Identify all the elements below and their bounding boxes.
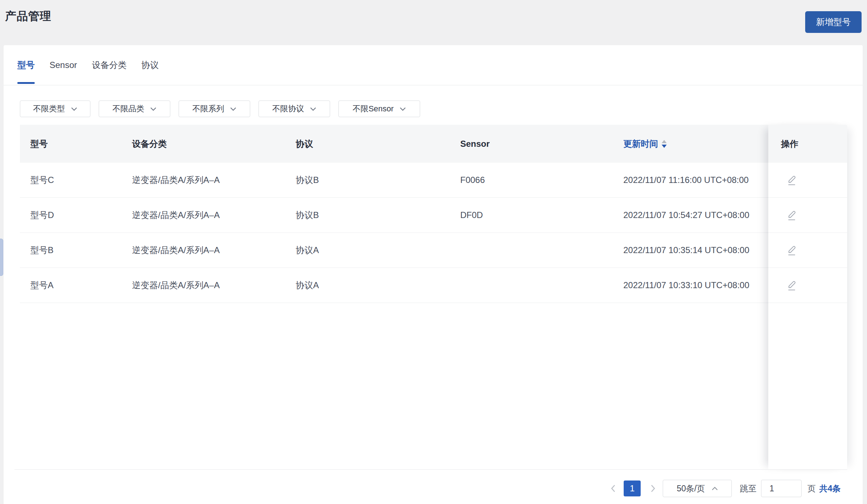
cell-updated: 2022/11/07 10:54:27 UTC+08:00	[623, 210, 749, 220]
add-model-button[interactable]: 新增型号	[805, 11, 862, 33]
cell-protocol: 协议A	[296, 244, 319, 256]
chevron-down-icon	[310, 107, 316, 111]
filter-label: 不限类型	[33, 103, 65, 114]
tab-label: 协议	[141, 59, 159, 71]
cell-model: 型号C	[30, 174, 54, 186]
filter-type-dropdown[interactable]: 不限类型	[20, 101, 90, 117]
chevron-down-icon	[230, 107, 236, 111]
tab-protocol[interactable]: 协议	[141, 45, 159, 85]
col-header-updated-sort[interactable]: 更新时间	[623, 138, 667, 150]
fixed-action-column: 操作	[768, 125, 847, 469]
filter-bar: 不限类型 不限品类 不限系列 不限协议 不限Sensor	[20, 101, 420, 117]
page-unit-label: 页	[807, 483, 816, 494]
cell-protocol: 协议B	[296, 174, 319, 186]
page-size-select[interactable]: 50条/页	[663, 480, 732, 497]
table-row[interactable]: 型号A 逆变器/品类A/系列A–A 协议A 2022/11/07 10:33:1…	[20, 268, 847, 303]
cell-sensor: DF0D	[460, 210, 483, 220]
left-drawer-handle[interactable]	[0, 239, 3, 276]
edit-row-button[interactable]	[786, 279, 797, 291]
col-header-protocol: 协议	[296, 138, 313, 150]
cell-category: 逆变器/品类A/系列A–A	[132, 209, 220, 221]
cell-protocol: 协议A	[296, 279, 319, 291]
page-title: 产品管理	[5, 9, 51, 24]
cell-category: 逆变器/品类A/系列A–A	[132, 279, 220, 291]
filter-label: 不限品类	[112, 103, 144, 114]
jump-page-input[interactable]	[761, 480, 802, 497]
cell-model: 型号B	[30, 244, 54, 256]
tab-bar: 型号 Sensor 设备分类 协议	[4, 45, 863, 85]
next-page-button[interactable]	[648, 484, 658, 493]
filter-label: 不限Sensor	[353, 103, 394, 114]
chevron-down-icon	[400, 107, 406, 111]
edit-pencil-icon	[786, 244, 797, 256]
action-cell	[768, 268, 847, 303]
cell-updated: 2022/11/07 10:33:10 UTC+08:00	[623, 280, 749, 290]
edit-pencil-icon	[786, 174, 797, 186]
filter-label: 不限协议	[272, 103, 304, 114]
cell-updated: 2022/11/07 11:16:00 UTC+08:00	[623, 175, 749, 185]
total-count-label: 共4条	[819, 483, 841, 494]
table-row[interactable]: 型号C 逆变器/品类A/系列A–A 协议B F0066 2022/11/07 1…	[20, 163, 847, 198]
top-bar: 产品管理 新增型号	[0, 0, 867, 45]
cell-protocol: 协议B	[296, 209, 319, 221]
cell-model: 型号D	[30, 209, 54, 221]
action-cell	[768, 233, 847, 268]
cell-updated: 2022/11/07 10:35:14 UTC+08:00	[623, 245, 749, 255]
table-row[interactable]: 型号B 逆变器/品类A/系列A–A 协议A 2022/11/07 10:35:1…	[20, 233, 847, 268]
jump-to-label: 跳至	[740, 483, 756, 494]
tab-sensor[interactable]: Sensor	[50, 45, 77, 85]
filter-protocol-dropdown[interactable]: 不限协议	[259, 101, 330, 117]
tab-device-category[interactable]: 设备分类	[92, 45, 127, 85]
chevron-left-icon	[609, 484, 617, 493]
cell-model: 型号A	[30, 279, 54, 291]
page-size-value: 50条/页	[677, 483, 705, 494]
cell-category: 逆变器/品类A/系列A–A	[132, 244, 220, 256]
sort-carets-icon	[662, 140, 667, 148]
action-cell	[768, 163, 847, 198]
col-header-sensor: Sensor	[460, 139, 490, 149]
filter-sensor-dropdown[interactable]: 不限Sensor	[338, 101, 420, 117]
edit-row-button[interactable]	[786, 174, 797, 186]
tab-label: Sensor	[50, 60, 77, 70]
tab-label: 型号	[17, 59, 35, 71]
tab-model[interactable]: 型号	[17, 45, 35, 85]
tab-label: 设备分类	[92, 59, 127, 71]
cell-category: 逆变器/品类A/系列A–A	[132, 174, 220, 186]
col-header-action: 操作	[768, 125, 847, 163]
edit-row-button[interactable]	[786, 209, 797, 221]
action-cell	[768, 198, 847, 233]
chevron-down-icon	[71, 107, 77, 111]
chevron-right-icon	[649, 484, 657, 493]
sort-column-label: 更新时间	[623, 138, 658, 150]
edit-row-button[interactable]	[786, 244, 797, 256]
col-header-device-category: 设备分类	[132, 138, 167, 150]
page-number-button[interactable]: 1	[624, 480, 641, 496]
table-row[interactable]: 型号D 逆变器/品类A/系列A–A 协议B DF0D 2022/11/07 10…	[20, 198, 847, 233]
chevron-up-icon	[712, 487, 718, 491]
caret-up-icon	[662, 140, 667, 143]
active-tab-underline	[17, 82, 35, 84]
pagination-bar: 1 50条/页 跳至 页 共4条	[608, 478, 841, 499]
content-card: 型号 Sensor 设备分类 协议 不限类型 不限品类 不限系列	[4, 45, 863, 504]
filter-category-dropdown[interactable]: 不限品类	[99, 101, 170, 117]
table-bottom-border	[14, 469, 847, 470]
cell-sensor: F0066	[460, 175, 485, 185]
filter-label: 不限系列	[192, 103, 224, 114]
caret-down-icon	[662, 145, 667, 148]
col-header-model: 型号	[30, 138, 48, 150]
edit-pencil-icon	[786, 209, 797, 221]
edit-pencil-icon	[786, 279, 797, 291]
table-header: 型号 设备分类 协议 Sensor 更新时间	[20, 125, 847, 163]
chevron-down-icon	[150, 107, 157, 111]
prev-page-button[interactable]	[608, 484, 619, 493]
filter-series-dropdown[interactable]: 不限系列	[179, 101, 250, 117]
